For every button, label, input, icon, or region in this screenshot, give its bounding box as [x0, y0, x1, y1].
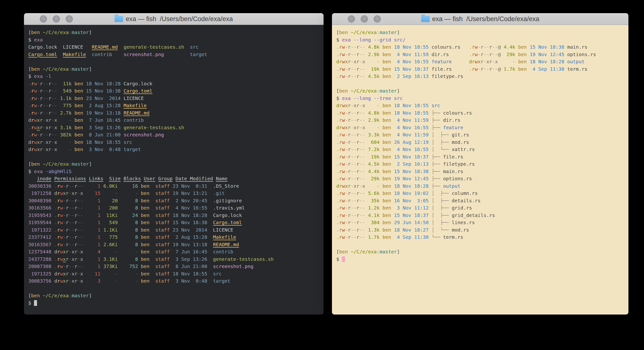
- permission-char: -: [69, 271, 72, 277]
- terminal-text: [515, 44, 518, 50]
- terminal-text: 1971258: [28, 190, 51, 196]
- terminal-text: [391, 110, 394, 116]
- terminal-text: [100, 190, 103, 196]
- terminal-text: 18 Nov 18:55: [394, 44, 429, 50]
- terminal-text: [380, 168, 382, 174]
- permission-char: r: [57, 271, 60, 277]
- permission-char: -: [69, 242, 72, 248]
- titlebar[interactable]: exa — fish /Users/ben/Code/exa/exa: [332, 13, 628, 25]
- terminal-text: [170, 256, 172, 262]
- terminal-line: 30030336 .rw-r--r-- 1 6.0Ki 16 ben staff…: [28, 182, 319, 190]
- terminal-text: [391, 96, 394, 101]
- terminal-text: 3 Nov 0:48: [172, 278, 207, 284]
- terminal-text: [72, 88, 74, 94]
- permission-char: r: [48, 139, 51, 145]
- permission-char: -: [359, 190, 362, 196]
- permission-char: -: [51, 96, 54, 101]
- terminal-text: 20087308: [28, 264, 51, 269]
- terminal-text: staff: [155, 205, 170, 211]
- permission-char: w: [60, 220, 63, 225]
- permission-char: r: [472, 66, 475, 72]
- terminal-text: [452, 66, 469, 72]
- terminal-text: [72, 132, 74, 138]
- permission-char: r: [348, 154, 351, 160]
- terminal-screen[interactable]: [ben ~/C/e/exa:master]$ exa --long --gri…: [332, 25, 628, 314]
- terminal-text: [515, 52, 518, 57]
- permission-char: r: [356, 154, 359, 160]
- terminal-text: screenshot.png: [124, 52, 164, 57]
- terminal-text: 3.1k: [57, 125, 72, 130]
- terminal-line: [ben ~/C/e/exa:master]: [336, 29, 624, 36]
- terminal-text: [170, 234, 172, 240]
- permission-char: r: [339, 66, 342, 72]
- permission-char: r: [31, 117, 34, 123]
- permission-char: -: [351, 146, 354, 152]
- terminal-text: 11Ki: [103, 212, 118, 218]
- terminal-text: 8: [120, 220, 138, 225]
- permission-char: -: [43, 125, 46, 130]
- permission-char: r: [356, 190, 359, 196]
- terminal-text: [460, 44, 469, 50]
- terminal-text: staff: [155, 183, 170, 189]
- terminal-text: staff: [155, 242, 170, 248]
- permission-char: -: [354, 73, 356, 79]
- permission-char: r: [348, 198, 351, 204]
- permission-char: -: [362, 198, 365, 204]
- permission-char: -: [492, 52, 495, 57]
- terminal-text: dir.rs: [432, 52, 449, 57]
- terminal-text: 30030336: [28, 183, 51, 189]
- permission-char: .: [54, 220, 57, 225]
- permission-char: -: [345, 132, 348, 138]
- terminal-line: .rw-r--r-- 2.9k ben 4 Nov 11:59 dir.rs .…: [336, 51, 624, 58]
- terminal-text: exa: [34, 37, 43, 43]
- permission-char: -: [359, 73, 362, 79]
- terminal-text: 1.1Ki: [103, 227, 118, 233]
- terminal-text: contrib: [213, 249, 233, 254]
- permission-char: -: [72, 242, 74, 248]
- permission-char: r: [48, 88, 51, 94]
- permission-char: r: [356, 227, 359, 233]
- terminal-line: $ exa -l: [28, 73, 319, 80]
- terminal-text: Group: [158, 176, 172, 182]
- terminal-text: 16 Nov 3:05: [394, 198, 429, 204]
- terminal-text: [152, 212, 155, 218]
- terminal-text: [527, 52, 530, 57]
- terminal-text: 4 Nov 16:55: [172, 205, 207, 211]
- permission-char: r: [348, 220, 351, 225]
- permission-char: .: [28, 88, 31, 94]
- titlebar[interactable]: exa — fish /Users/ben/Code/exa/exa: [24, 13, 324, 25]
- terminal-text: Cargo.toml: [124, 88, 152, 94]
- terminal-text: ]: [89, 66, 92, 72]
- permission-char: -: [354, 132, 356, 138]
- permission-char: -: [486, 66, 489, 72]
- permission-char: -: [80, 234, 83, 240]
- terminal-line: [ben ~/C/e/exa:master]: [28, 29, 319, 36]
- terminal-text: [120, 81, 124, 86]
- terminal-text: [391, 183, 394, 189]
- permission-char: r: [356, 117, 359, 123]
- permission-char: w: [342, 183, 345, 189]
- terminal-text: │ ├──: [432, 139, 452, 145]
- terminal-line: .rw-r--r-- 604 ben 26 Aug 12:19 │ ├── mo…: [336, 138, 624, 146]
- terminal-text: ben: [74, 139, 83, 145]
- terminal-text: 3 Nov 0:48: [86, 146, 121, 152]
- permission-char: .: [469, 52, 472, 57]
- terminal-text: [155, 176, 158, 182]
- terminal-text: [118, 264, 120, 269]
- terminal-text: 549: [103, 220, 118, 225]
- terminal-text: 4.4k: [501, 44, 515, 50]
- permission-char: -: [492, 44, 495, 50]
- permission-char: -: [43, 139, 46, 145]
- permission-char: x: [37, 139, 40, 145]
- permission-char: x: [362, 59, 365, 64]
- permission-char: w: [60, 249, 63, 254]
- permission-char: r: [339, 52, 342, 57]
- terminal-text: 752: [120, 264, 138, 269]
- terminal-text: 1: [86, 242, 100, 248]
- permission-char: r: [57, 183, 60, 189]
- terminal-screen[interactable]: [ben ~/C/e/exa:master]$ exaCargo.lock LI…: [24, 25, 324, 314]
- terminal-text: │ ├──: [432, 132, 452, 138]
- permission-char: -: [359, 205, 362, 211]
- terminal-text: [118, 44, 124, 50]
- permission-char: .: [336, 132, 339, 138]
